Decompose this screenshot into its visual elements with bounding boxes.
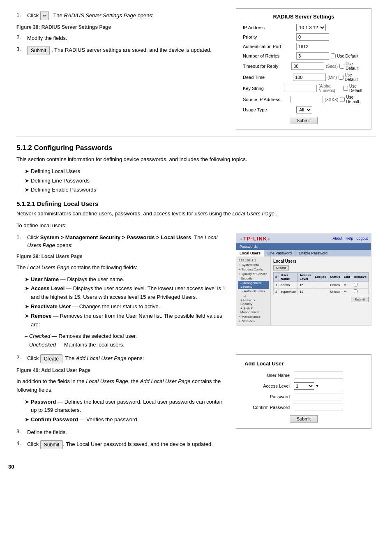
user-name-input[interactable] — [294, 372, 343, 379]
tplink-nav-links: About Help Logout — [332, 236, 368, 240]
tplink-sidebar: 192.168.1.1 + System Info + Booting Conf… — [236, 256, 271, 325]
sidebar-mgmt-security[interactable]: - Management Security — [238, 281, 269, 289]
local-step-2-text: Click Create. The Add Local User Page op… — [27, 354, 144, 363]
sidebar-statistics[interactable]: + Statistics — [238, 319, 269, 323]
radius-ip-select[interactable]: 10.1.3.12 — [296, 24, 326, 31]
section-5-1-2-intro: This section contains information for de… — [16, 155, 376, 164]
row1-edit[interactable]: ✏ — [342, 282, 352, 288]
table-row: 1 admin 15 Unlock ✏ — [273, 282, 368, 288]
user-name-label: User Name — [244, 373, 294, 378]
create-button[interactable]: Create — [40, 354, 62, 363]
tplink-content: 192.168.1.1 + System Info + Booting Conf… — [236, 256, 371, 325]
tab-local-users[interactable]: Local Users — [236, 250, 264, 256]
tplink-nav-about[interactable]: About — [332, 236, 342, 240]
tplink-local-users-screenshot: ✦ TP-LINK ® About Help Logout Passwords — [236, 233, 371, 326]
tplink-create-btn[interactable]: Create — [273, 265, 289, 270]
radius-dead-time-checkbox[interactable] — [339, 75, 344, 80]
radius-timeout-default: Use Default — [339, 62, 364, 71]
radius-auth-port-input[interactable] — [296, 43, 329, 50]
section-5-1-2-1-intro: Network administrators can define users,… — [16, 210, 376, 218]
sidebar-auth[interactable]: - Authentication — [238, 289, 269, 293]
add-user-submit-btn[interactable]: Submit — [290, 415, 318, 423]
row1-num: 1 — [273, 282, 279, 288]
sidebar-system-info[interactable]: + System Info — [238, 263, 269, 267]
submit-button-local[interactable]: Submit — [40, 440, 63, 449]
password-input[interactable] — [294, 393, 343, 400]
sidebar-booting-config[interactable]: + Booting Config — [238, 267, 269, 272]
table-header-status: Status — [328, 272, 342, 282]
add-local-user-box: Add Local User User Name Access Level 1 … — [236, 354, 371, 429]
radius-priority-input[interactable] — [296, 33, 329, 41]
figure-40-label: Figure 40: Add Local User Page — [16, 367, 228, 373]
remove-unchecked: – Unchecked — Maintains the local users. — [25, 341, 228, 349]
bullet-defining-line-passwords: ➤ Defining Line Passwords — [25, 177, 376, 185]
pencil-icon: ✏ — [40, 12, 49, 20]
radius-timeout-checkbox[interactable] — [339, 64, 344, 69]
tplink-passwords-nav: Passwords — [240, 245, 258, 249]
sidebar-auth-checkbox[interactable]: □ — [238, 293, 269, 298]
radius-key-input[interactable] — [284, 85, 317, 92]
row2-remove[interactable] — [352, 288, 368, 295]
local-step-2-num: 2. — [16, 354, 25, 360]
radius-key-label: Key String — [243, 86, 284, 91]
confirm-password-input[interactable] — [294, 404, 343, 411]
section-5-1-2-heading: 5.1.2 Configuring Passwords — [16, 144, 376, 152]
radius-retries-input[interactable] — [296, 52, 329, 60]
row1-remove[interactable] — [352, 282, 368, 288]
radius-source-ip-input[interactable] — [290, 96, 323, 103]
field-remove: ➤ Remove — Removes the user from the Use… — [25, 312, 228, 329]
radius-timeout-label: Timeout for Reply — [243, 64, 291, 69]
field-access-level: ➤ Access Level — Displays the user acces… — [25, 284, 228, 302]
local-step-4-text: Click Submit. The Local User password is… — [27, 440, 213, 449]
row2-access: 15 — [298, 288, 313, 295]
page-number: 30 — [8, 464, 14, 470]
radius-usage-type-label: Usage Type — [243, 107, 296, 112]
sidebar-security[interactable]: - Security — [238, 276, 269, 281]
sidebar-qos[interactable]: + Quality of Service — [238, 272, 269, 276]
sidebar-network-security[interactable]: + Network Security — [238, 298, 269, 306]
local-step-3-text: Define the fields. — [27, 428, 67, 437]
confirm-password-label: Confirm Password — [244, 405, 294, 410]
row1-username: admin — [279, 282, 298, 288]
tplink-nav-help[interactable]: Help — [346, 236, 353, 240]
tab-enable-password[interactable]: Enable Password — [295, 250, 331, 256]
radius-timeout-input[interactable] — [291, 62, 324, 70]
submit-button-radius[interactable]: Submit — [27, 46, 50, 55]
radius-dead-time-input[interactable] — [293, 74, 326, 81]
radius-source-ip-label: Source IP Address — [243, 97, 290, 102]
tplink-submit-btn[interactable]: Submit — [351, 297, 369, 302]
sidebar-maintenance[interactable]: + Maintenance — [238, 314, 269, 319]
tplink-page-title: Local Users — [273, 259, 369, 263]
access-level-select[interactable]: 1 — [294, 382, 314, 390]
radius-retries-default: Use Default — [331, 53, 358, 58]
row1-access: 15 — [298, 282, 313, 288]
figure-39-label: Figure 39: Local Users Page — [16, 254, 228, 259]
sidebar-snmp[interactable]: + SNMP Management — [238, 306, 269, 314]
step-1-num: 1. — [16, 12, 25, 18]
step-3-text: Submit . The RADIUS server settings are … — [27, 46, 212, 55]
radius-retries-checkbox[interactable] — [331, 53, 336, 58]
tplink-nav-logout[interactable]: Logout — [356, 236, 368, 240]
radius-submit-btn[interactable]: Submit — [290, 117, 318, 124]
radius-source-ip-checkbox[interactable] — [340, 97, 345, 102]
row2-status: Unlock — [328, 288, 342, 295]
radius-ip-label: IP Address — [243, 25, 296, 30]
remove-checked: – Checked — Removes the selected local u… — [25, 332, 228, 341]
row2-edit[interactable]: ✏ — [342, 288, 352, 295]
row1-locked — [313, 282, 328, 288]
radius-dead-time-hint: (Min) — [327, 75, 337, 80]
local-users-page-intro: The Local Users Page contains the follow… — [16, 263, 228, 272]
field-password: ➤ Password — Defines the local user pass… — [25, 398, 228, 415]
table-header-locked: Locked — [313, 272, 328, 282]
sidebar-ip[interactable]: 192.168.1.1 — [238, 258, 269, 263]
figure-38-label: Figure 38: RADIUS Server Settings Page — [16, 24, 228, 30]
local-step-1-num: 1. — [16, 233, 25, 240]
remove-sub-bullets: – Checked — Removes the selected local u… — [25, 332, 228, 349]
radius-key-checkbox[interactable] — [343, 86, 348, 91]
row2-locked — [313, 288, 328, 295]
local-users-fields-list: ➤ User Name — Displays the user name. ➤ … — [25, 275, 228, 329]
radius-usage-type-select[interactable]: All — [296, 106, 312, 113]
add-local-user-fields-list: ➤ Password — Defines the local user pass… — [25, 398, 228, 424]
tab-line-password[interactable]: Line Password — [264, 250, 295, 256]
radius-source-ip-hint: (XXXX) — [325, 97, 338, 102]
